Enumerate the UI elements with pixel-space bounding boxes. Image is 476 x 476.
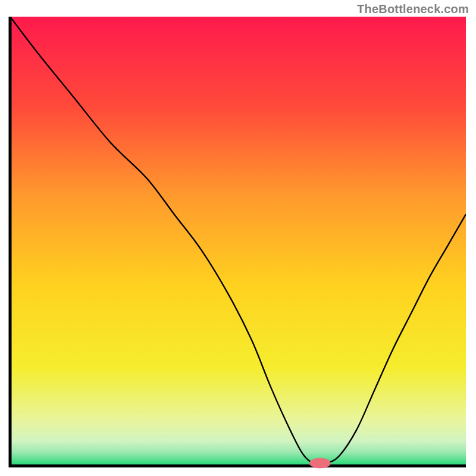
plot-background-gradient bbox=[10, 17, 466, 466]
chart-stage: TheBottleneck.com bbox=[0, 0, 476, 476]
bottleneck-plot bbox=[0, 0, 476, 476]
valley-marker bbox=[309, 458, 330, 468]
